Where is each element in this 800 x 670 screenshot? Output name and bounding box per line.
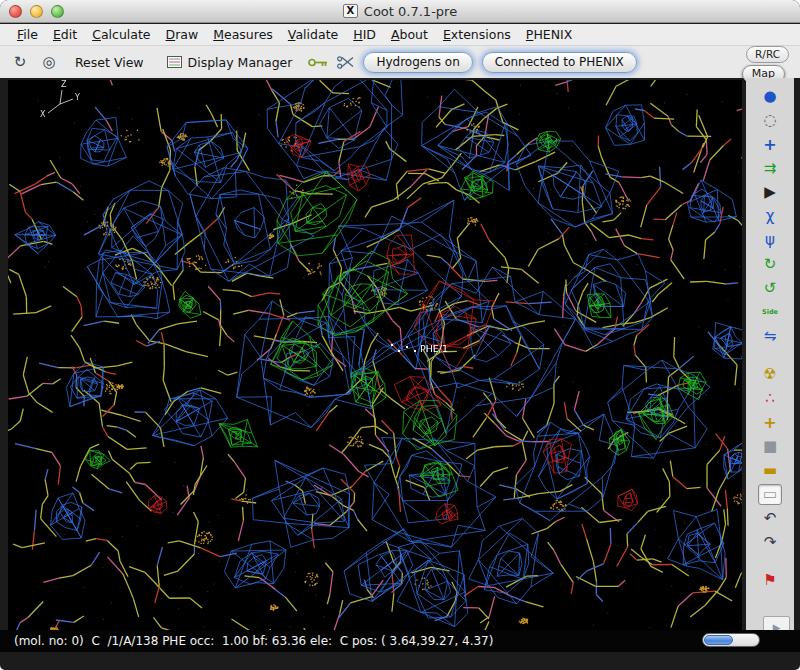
edit-chi-angles-icon-glyph: χ <box>766 209 775 224</box>
rotate-view-icon[interactable]: ↻ <box>10 52 30 72</box>
add-alt-conf-icon[interactable]: + <box>758 412 782 433</box>
menubar: File Edit Calculate Draw Measures Valida… <box>0 24 800 46</box>
add-alt-conf-icon-glyph: + <box>763 415 776 431</box>
close-button[interactable] <box>9 5 22 18</box>
window-title-area: X Coot 0.7.1-pre <box>343 4 457 19</box>
scissors-icon[interactable] <box>337 56 354 69</box>
place-atom-icon[interactable]: ■ <box>758 436 782 457</box>
flip-peptide-icon-glyph: ⇋ <box>764 329 777 344</box>
torsion-general-icon[interactable]: ↻ <box>758 254 782 275</box>
status-text: (mol. no: 0) C /1/A/138 PHE occ: 1.00 bf… <box>14 634 493 648</box>
redo-icon[interactable]: ↷ <box>758 532 782 553</box>
add-terminal-residue-icon[interactable]: ∴ <box>758 388 782 409</box>
rrc-button[interactable]: R/RC <box>746 46 789 63</box>
reset-view-button[interactable]: Reset View <box>68 52 151 73</box>
menu-edit[interactable]: Edit <box>46 25 84 44</box>
zoom-button[interactable] <box>51 5 64 18</box>
status-scrollbar-thumb[interactable] <box>704 635 733 645</box>
clear-pending-icon[interactable]: ▬ <box>758 460 782 481</box>
place-atom-icon-glyph: ■ <box>763 439 777 454</box>
auto-fit-rotamer-icon-glyph: ↺ <box>764 281 777 296</box>
window-title: Coot 0.7.1-pre <box>364 4 457 19</box>
menu-validate[interactable]: Validate <box>281 25 345 44</box>
auto-fit-rotamer-icon[interactable]: ↺ <box>758 278 782 299</box>
menu-calculate[interactable]: Calculate <box>85 25 157 44</box>
model-toolbar: ●◌+⇉▶χψ↻↺Side⇋☢∴+■▬▭↶↷⚑ <box>746 78 794 630</box>
undo-icon-glyph: ↶ <box>764 511 777 526</box>
hydrogens-toggle-button[interactable]: Hydrogens on <box>363 52 472 73</box>
pointer-icon-glyph: ▶ <box>764 185 776 200</box>
key-icon[interactable] <box>308 57 328 68</box>
delete-item-icon[interactable]: ▭ <box>758 484 782 505</box>
rotamers-icon[interactable]: ψ <box>758 230 782 251</box>
display-manager-button[interactable]: Display Manager <box>160 52 300 73</box>
minimize-button[interactable] <box>30 5 43 18</box>
rotamers-icon-glyph: ψ <box>765 233 775 248</box>
side-chain-flip-icon-glyph: Side <box>762 309 778 316</box>
menu-extensions[interactable]: Extensions <box>436 25 518 44</box>
statusbar: (mol. no: 0) C /1/A/138 PHE occ: 1.00 bf… <box>0 630 800 652</box>
coot-window: X Coot 0.7.1-pre File Edit Calculate Dra… <box>0 0 800 670</box>
real-space-refine-icon[interactable]: ● <box>758 86 782 107</box>
menu-about[interactable]: About <box>384 25 435 44</box>
menu-draw[interactable]: Draw <box>159 25 206 44</box>
recentre-icon[interactable]: ◎ <box>39 52 59 72</box>
pointer-icon[interactable]: ▶ <box>758 182 782 203</box>
menu-phenix[interactable]: PHENIX <box>519 25 579 44</box>
mutate-icon[interactable]: ☢ <box>758 364 782 385</box>
undo-icon[interactable]: ↶ <box>758 508 782 529</box>
menu-file[interactable]: File <box>10 25 45 44</box>
x11-icon: X <box>343 4 358 18</box>
mutate-icon-glyph: ☢ <box>763 367 776 382</box>
menu-hid[interactable]: HID <box>346 25 383 44</box>
rigid-body-fit-icon[interactable]: + <box>758 134 782 155</box>
regularize-icon[interactable]: ◌ <box>758 110 782 131</box>
delete-item-icon-glyph: ▭ <box>763 487 777 502</box>
redo-icon-glyph: ↷ <box>764 535 777 550</box>
clear-pending-icon-glyph: ▬ <box>763 463 777 478</box>
regularize-icon-glyph: ◌ <box>763 113 776 128</box>
real-space-refine-icon-glyph: ● <box>763 89 776 104</box>
flip-peptide-icon[interactable]: ⇋ <box>758 326 782 347</box>
titlebar[interactable]: X Coot 0.7.1-pre <box>0 0 800 23</box>
phenix-connection-button[interactable]: Connected to PHENIX <box>482 52 637 73</box>
torsion-general-icon-glyph: ↻ <box>764 257 777 272</box>
traffic-lights <box>9 5 64 18</box>
rigid-body-fit-icon-glyph: + <box>763 137 776 153</box>
display-manager-label: Display Manager <box>188 55 293 70</box>
rotate-translate-icon-glyph: ⇉ <box>764 161 777 176</box>
molecular-viewport[interactable] <box>8 80 742 630</box>
viewport-area <box>8 80 742 630</box>
side-chain-flip-icon[interactable]: Side <box>758 302 782 323</box>
rotate-translate-icon[interactable]: ⇉ <box>758 158 782 179</box>
run-refmac-icon[interactable]: ⚑ <box>758 570 782 591</box>
edit-chi-angles-icon[interactable]: χ <box>758 206 782 227</box>
add-terminal-residue-icon-glyph: ∴ <box>765 391 775 406</box>
main-toolbar: ↻ ◎ Reset View Display Manager Hydrogens… <box>0 46 800 78</box>
run-refmac-icon-glyph: ⚑ <box>763 573 776 588</box>
menu-measures[interactable]: Measures <box>206 25 280 44</box>
display-manager-icon <box>167 56 182 68</box>
status-scrollbar[interactable] <box>702 633 760 647</box>
